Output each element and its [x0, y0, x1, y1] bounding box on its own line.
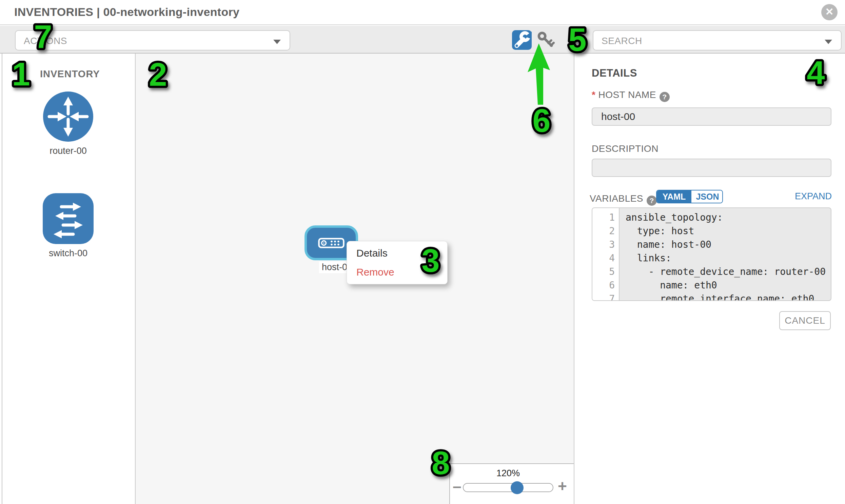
sidebar-accent-line: [2, 54, 2, 504]
actions-dropdown[interactable]: ACTIONS: [15, 30, 290, 51]
inventory-topology-page: INVENTORIES | 00-networking-inventory ✕ …: [0, 0, 845, 504]
header: INVENTORIES | 00-networking-inventory ✕: [0, 0, 845, 25]
line-number: 6: [592, 278, 615, 292]
router-icon: [43, 91, 93, 142]
configure-button[interactable]: [512, 30, 532, 50]
close-icon[interactable]: ✕: [821, 4, 838, 20]
chevron-down-icon: [825, 40, 832, 44]
variables-format-toggle: YAML JSON: [656, 190, 723, 203]
zoom-out-button[interactable]: –: [453, 477, 461, 495]
context-menu-item-remove[interactable]: Remove: [356, 266, 394, 278]
code-line: name: eth0: [626, 278, 717, 292]
actions-dropdown-placeholder: ACTIONS: [24, 36, 67, 47]
sidebar-item-label: router-00: [42, 146, 94, 156]
search-dropdown[interactable]: SEARCH: [593, 30, 842, 51]
description-label: DESCRIPTION: [592, 143, 658, 154]
switch-icon: [43, 193, 93, 244]
node-context-menu: Details Remove: [347, 241, 447, 284]
topology-canvas[interactable]: host-00 Details Remove 120% – +: [136, 54, 575, 504]
toolbar: ACTIONS SEARCH: [0, 26, 845, 54]
context-menu-item-details[interactable]: Details: [356, 248, 388, 259]
details-panel-title: DETAILS: [592, 67, 637, 79]
host-icon: [318, 238, 345, 248]
line-number: 1: [592, 211, 615, 224]
host-name-label: HOST NAME: [598, 89, 656, 100]
page-title: INVENTORIES | 00-networking-inventory: [14, 5, 240, 19]
key-icon: [536, 31, 555, 50]
sidebar-item-router-00[interactable]: router-00: [42, 91, 94, 156]
tab-json[interactable]: JSON: [691, 191, 723, 203]
zoom-level-value: 120%: [463, 468, 553, 479]
wrench-icon: [512, 30, 532, 50]
line-number: 3: [592, 238, 615, 252]
cancel-button[interactable]: CANCEL: [779, 311, 831, 330]
code-line: - remote_device_name: router-00: [626, 265, 826, 278]
expand-link[interactable]: EXPAND: [773, 191, 832, 202]
code-line: type: host: [626, 224, 694, 238]
line-number: 5: [592, 265, 615, 278]
line-number: 7: [592, 292, 615, 301]
help-icon[interactable]: ?: [659, 92, 670, 102]
sidebar-item-switch-00[interactable]: switch-00: [42, 193, 94, 258]
code-line: links:: [626, 252, 671, 265]
host-name-label-row: *HOST NAME?: [592, 89, 670, 102]
inventory-sidebar: INVENTORY router-00: [0, 54, 136, 504]
code-line: ansible_topology:: [626, 211, 723, 224]
code-line: name: host-00: [626, 238, 711, 252]
variables-code-editor[interactable]: 1 2 3 4 5 6 7 ansible_topology: type: ho…: [592, 208, 831, 301]
sidebar-item-label: switch-00: [42, 248, 94, 258]
description-input[interactable]: [592, 159, 831, 177]
code-line: remote_interface_name: eth0: [626, 292, 814, 301]
search-dropdown-placeholder: SEARCH: [601, 36, 642, 47]
help-icon[interactable]: ?: [647, 196, 657, 206]
host-name-input[interactable]: [592, 107, 831, 126]
tab-yaml[interactable]: YAML: [657, 191, 691, 203]
zoom-in-button[interactable]: +: [558, 477, 567, 495]
sidebar-title: INVENTORY: [40, 69, 100, 80]
variables-label-row: VARIABLES?: [590, 193, 657, 206]
required-marker: *: [592, 89, 595, 100]
zoom-slider-track[interactable]: [463, 483, 553, 492]
editor-line-number-gutter: 1 2 3 4 5 6 7: [592, 208, 619, 301]
details-panel: DETAILS *HOST NAME? DESCRIPTION VARIABLE…: [575, 54, 845, 504]
zoom-slider-knob[interactable]: [511, 481, 524, 494]
chevron-down-icon: [273, 40, 281, 44]
line-number: 4: [592, 252, 615, 265]
zoom-control-panel: 120% – +: [449, 463, 575, 504]
line-number: 2: [592, 224, 615, 238]
variables-label: VARIABLES: [590, 193, 643, 204]
key-button[interactable]: [536, 31, 555, 50]
